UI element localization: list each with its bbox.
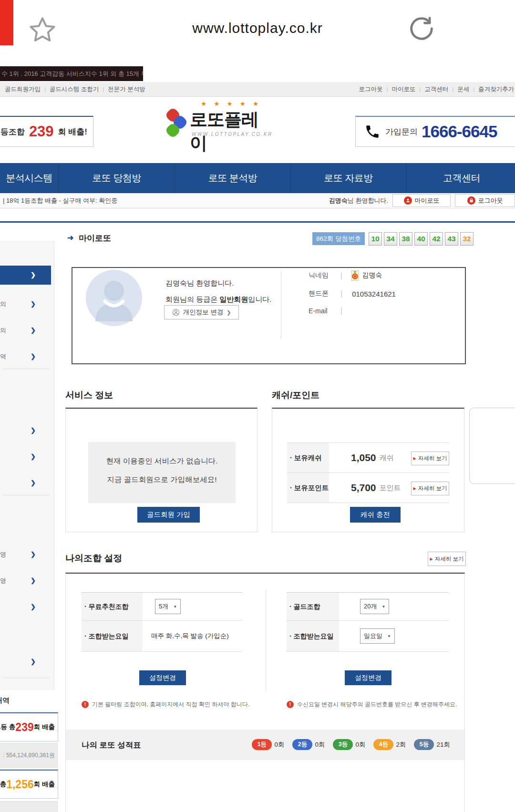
sidebar-item[interactable]: ❯ bbox=[0, 656, 54, 668]
score-item: 1등 0회 bbox=[252, 739, 284, 750]
point-detail-button[interactable]: ▶ 자세히 보기 bbox=[411, 482, 449, 495]
profile-welcome: 김명숙님 환영합니다. bbox=[165, 279, 234, 288]
quick-menu-tab[interactable] bbox=[469, 408, 515, 484]
chevron-right-icon: ❯ bbox=[31, 477, 36, 489]
rank-pill: 1등 bbox=[252, 739, 272, 750]
divider: | bbox=[103, 86, 104, 92]
sidebar-item[interactable]: 영❯ bbox=[0, 548, 54, 561]
winning-number: 34 bbox=[384, 232, 397, 246]
logo-tagline: WWW.LOTTOPLAY.CO.KR bbox=[192, 132, 273, 137]
winning-number: 10 bbox=[369, 232, 382, 246]
combo-panel: · 무료추천조합 5개 ▼ · 조합받는요일 매주 화,수,목 발송 (가입순)… bbox=[65, 573, 465, 812]
menu-fortune[interactable]: 운세 bbox=[457, 85, 469, 93]
chevron-right-icon: ❯ bbox=[31, 656, 36, 668]
service-heading: 서비스 정보 bbox=[65, 389, 113, 401]
gold-combo-select[interactable]: 20개 ▼ bbox=[360, 599, 389, 614]
first-prize-stat-box[interactable]: 1등 총 239 회 배출 bbox=[0, 712, 58, 741]
menu-logout[interactable]: 로그아웃 bbox=[359, 85, 383, 93]
profile-box: 김명숙님 환영합니다. 회원님의 등급은 일반회원입니다. 개인정보 변경 ❯ … bbox=[72, 267, 466, 364]
field-nickname: 닉네임 | 김명숙 bbox=[309, 270, 382, 281]
divider-line bbox=[0, 221, 515, 223]
gold-combo-row: · 골드조합 20개 ▼ bbox=[287, 593, 449, 621]
menu-expert[interactable]: 전문가 분석방 bbox=[108, 85, 145, 93]
chevron-right-icon: ❯ bbox=[31, 324, 36, 337]
edit-profile-button[interactable]: 개인정보 변경 ❯ bbox=[164, 305, 239, 319]
gold-day-select[interactable]: 일요일 ▼ bbox=[360, 628, 395, 644]
triangle-right-icon: ▶ bbox=[413, 486, 416, 491]
mypage-button[interactable]: 마이로또 bbox=[392, 194, 451, 207]
divider bbox=[3, 369, 50, 369]
nav-support[interactable]: 고객센터 bbox=[406, 163, 515, 193]
field-phone: 핸드폰 | 01053241621 bbox=[309, 288, 396, 299]
menu-favorite[interactable]: 즐겨찾기추가 bbox=[478, 85, 514, 93]
combo-detail-button[interactable]: ▶ 자세히 보기 bbox=[428, 552, 466, 566]
history-heading: 내역 bbox=[0, 696, 10, 705]
nav-analysis-system[interactable]: 분석시스템 bbox=[0, 163, 59, 193]
menu-mylotto[interactable]: 마이로또 bbox=[391, 85, 415, 93]
score-title: 나의 로또 성적표 bbox=[82, 730, 141, 760]
chevron-right-icon: ❯ bbox=[31, 424, 36, 437]
second-prize-stat-box[interactable]: 등 총 1,256 회 배출 bbox=[0, 770, 58, 799]
address-bar[interactable]: www.lottoplay.co.kr bbox=[0, 20, 515, 36]
combo-heading: 나의조합 설정 bbox=[65, 552, 122, 565]
gold-join-button[interactable]: 골드회원 가입 bbox=[137, 507, 200, 523]
divider bbox=[281, 272, 281, 339]
free-combo-save-button[interactable]: 설정변경 bbox=[139, 670, 186, 685]
promo-banner: 수 1위 . 2016 고객감동 서비스지수 1위 외 총 15개 부 bbox=[0, 66, 143, 81]
logo[interactable]: ★ ★ ★ ★ ★ 로또플레이 WWW.LOTTOPLAY.CO.KR bbox=[166, 100, 271, 143]
field-email: E-mail | bbox=[309, 305, 352, 317]
winning-number: 38 bbox=[399, 232, 412, 246]
nav-data-room[interactable]: 로또 자료방 bbox=[291, 163, 406, 193]
free-combo-day-row: · 조합받는요일 매주 화,수,목 발송 (가입순) bbox=[82, 621, 242, 652]
service-panel: 현재 이용중인 서비스가 없습니다. 지금 골드회원으로 가입해보세요! 골드회… bbox=[65, 408, 258, 532]
combo-suffix: 회 배출! bbox=[58, 126, 87, 137]
menu-gold-join[interactable]: 골드회원가입 bbox=[5, 85, 41, 93]
free-combo-select[interactable]: 5개 ▼ bbox=[155, 599, 181, 614]
sidebar-item-selected[interactable]: ❯ bbox=[0, 266, 51, 285]
service-empty-box: 현재 이용중인 서비스가 없습니다. 지금 골드회원으로 가입해보세요! bbox=[88, 442, 236, 503]
cash-charge-button[interactable]: 캐쉬 충전 bbox=[350, 507, 401, 523]
logo-stars: ★ ★ ★ ★ ★ bbox=[192, 100, 270, 107]
score-item: 3등 0회 bbox=[333, 739, 365, 750]
first-prize-count: 239 bbox=[15, 721, 33, 734]
phone-number[interactable]: 1666-6645 bbox=[422, 122, 497, 141]
chevron-right-icon: ❯ bbox=[31, 548, 36, 561]
score-item: 2등 0회 bbox=[292, 739, 325, 750]
free-combo-note: ! 기본 필터링 조합이며, 홈페이지에서 직접 확인 하셔야 합니다. bbox=[82, 700, 249, 709]
gold-combo-save-button[interactable]: 설정변경 bbox=[345, 670, 391, 685]
nav-winning-room[interactable]: 로또 당첨방 bbox=[59, 163, 175, 193]
sidebar-item[interactable]: ❯ bbox=[0, 424, 54, 437]
rank-pill: 5등 bbox=[414, 739, 434, 750]
menu-gold-system[interactable]: 골드시스템 조합기 bbox=[50, 85, 99, 93]
triangle-right-icon: ▶ bbox=[413, 456, 416, 461]
score-item: 5등 21회 bbox=[414, 739, 450, 750]
screen: www.lottoplay.co.kr 수 1위 . 2016 고객감동 서비스… bbox=[0, 0, 515, 812]
nav-analysis-room[interactable]: 로또 분석방 bbox=[175, 163, 291, 193]
sidebar-item[interactable]: 역❯ bbox=[0, 350, 54, 363]
sidebar-item[interactable]: 의❯ bbox=[0, 324, 54, 337]
menu-support[interactable]: 고객센터 bbox=[424, 85, 448, 93]
round-label: 862회 당첨번호 bbox=[312, 232, 365, 245]
chevron-down-icon: ▼ bbox=[173, 605, 177, 609]
combo-left-table: · 무료추천조합 5개 ▼ · 조합받는요일 매주 화,수,목 발송 (가입순) bbox=[82, 592, 242, 652]
sidebar-item[interactable]: 의❯ bbox=[0, 298, 54, 310]
winning-number: 42 bbox=[430, 232, 443, 246]
prize-amount-partial bbox=[0, 801, 58, 812]
rank-pill: 3등 bbox=[333, 739, 353, 750]
refresh-icon[interactable] bbox=[406, 13, 437, 46]
sidebar-item[interactable]: ❯ bbox=[0, 601, 54, 613]
sidebar-item[interactable]: ❯ bbox=[0, 477, 54, 489]
chevron-right-icon: ❯ bbox=[31, 451, 36, 463]
gold-combo-day-row: · 조합받는요일 일요일 ▼ bbox=[287, 621, 449, 652]
divider bbox=[3, 495, 50, 495]
gold-combo-note: ! 수신요일 변경시 해당주의 골드번호를 받으신 후 변경해주세요. bbox=[287, 700, 457, 709]
cash-detail-button[interactable]: ▶ 자세히 보기 bbox=[411, 452, 449, 465]
grade-badge-icon bbox=[351, 270, 359, 281]
lock-icon bbox=[467, 196, 475, 205]
cash-panel: · 보유캐쉬 1,050 캐쉬 ▶ 자세히 보기 · 보유포인트 5,700 포… bbox=[272, 408, 464, 532]
sidebar-item[interactable]: 영❯ bbox=[0, 575, 54, 587]
divider: | bbox=[340, 307, 342, 315]
logout-button[interactable]: 로그아웃 bbox=[455, 194, 515, 207]
sidebar-item[interactable]: ❯ bbox=[0, 451, 54, 463]
rank-pill: 2등 bbox=[292, 739, 312, 750]
